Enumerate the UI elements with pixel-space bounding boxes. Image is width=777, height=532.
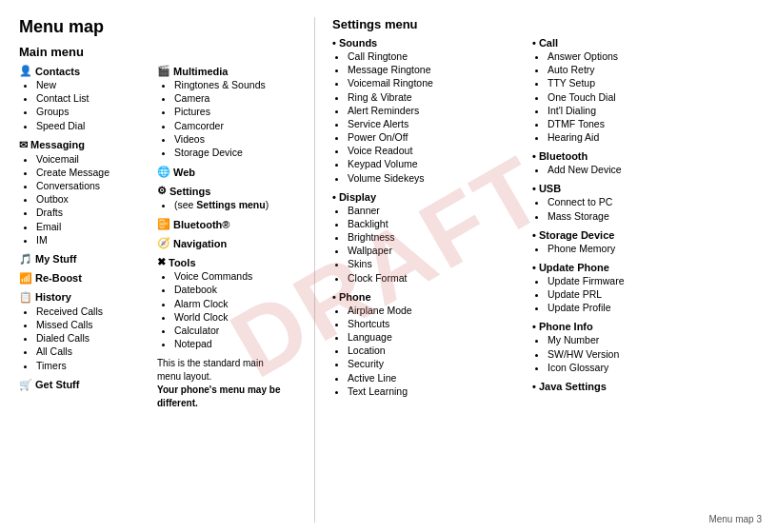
list-item: Notepad [174, 337, 288, 350]
multimedia-list: Ringtones & Sounds Camera Pictures Camco… [157, 78, 288, 159]
list-item: Dialed Calls [36, 331, 149, 345]
list-item: Drafts [36, 206, 149, 219]
sounds-title: • Sounds [332, 37, 523, 49]
menu-category-tools: ✖ Tools Voice Commands Datebook Alarm Cl… [157, 256, 288, 350]
list-item: All Calls [36, 345, 149, 358]
contacts-list: New Contact List Groups Speed Dial [19, 78, 149, 132]
list-item: Auto Retry [548, 63, 723, 76]
mystuff-title: My Stuff [35, 253, 76, 265]
history-icon: 📋 [19, 291, 32, 304]
history-title: History [35, 291, 71, 303]
list-item: Icon Glossary [548, 361, 723, 374]
list-item: Alert Reminders [348, 104, 523, 117]
list-item: Received Calls [36, 305, 149, 318]
call-list: Answer Options Auto Retry TTY Setup One … [532, 49, 723, 144]
settings-bluetooth-list: Add New Device [532, 163, 723, 176]
menu-category-bluetooth: 📴 Bluetooth® [157, 218, 288, 230]
list-item: Shortcuts [348, 317, 523, 330]
list-item: Alarm Clock [174, 297, 288, 310]
storage-title: • Storage Device [532, 229, 723, 241]
display-title: • Display [332, 191, 523, 203]
list-item: My Number [548, 333, 723, 346]
main-menu-col2: 🎬 Multimedia Ringtones & Sounds Camera P… [157, 65, 295, 410]
settings-icon: ⚙ [157, 185, 167, 197]
multimedia-icon: 🎬 [157, 65, 170, 77]
list-item: Ring & Vibrate [348, 90, 523, 104]
settings-bluetooth-title: • Bluetooth [532, 150, 723, 162]
list-item: Security [348, 357, 523, 370]
menu-category-reboost: 📶 Re-Boost [19, 272, 149, 285]
tools-icon: ✖ [157, 256, 166, 268]
list-item: Connect to PC [548, 195, 723, 208]
list-item: Backlight [348, 217, 523, 230]
list-item: Missed Calls [36, 318, 149, 331]
reboost-title: Re-Boost [35, 272, 82, 284]
storage-list: Phone Memory [532, 242, 723, 255]
list-item: Update PRL [548, 287, 723, 301]
navigation-icon: 🧭 [157, 237, 170, 249]
menu-category-multimedia: 🎬 Multimedia Ringtones & Sounds Camera P… [157, 65, 288, 159]
tools-list: Voice Commands Datebook Alarm Clock Worl… [157, 269, 288, 350]
list-item: Datebook [174, 283, 288, 296]
list-item: Camera [174, 91, 288, 105]
settings-cat-phone: • Phone Airplane Mode Shortcuts Language… [332, 291, 523, 398]
main-menu-section: Menu map Main menu 👤 Contacts New Contac… [19, 17, 314, 522]
list-item: Conversations [36, 179, 149, 192]
list-item: Update Firmware [548, 274, 723, 287]
list-item: One Touch Dial [548, 90, 723, 104]
settings-cat-storage: • Storage Device Phone Memory [532, 229, 723, 255]
list-item: Location [348, 344, 523, 357]
settings-menu-section: Settings menu • Sounds Call Ringtone Mes… [314, 17, 758, 522]
list-item: Timers [36, 359, 149, 372]
settings-cat-update: • Update Phone Update Firmware Update PR… [532, 262, 723, 315]
messaging-title: Messaging [30, 139, 85, 150]
main-menu-heading: Main menu [19, 45, 314, 59]
list-item: Voice Readout [348, 144, 523, 157]
settings-cat-bluetooth: • Bluetooth Add New Device [532, 150, 723, 176]
list-item: Skins [348, 257, 523, 270]
menu-category-contacts: 👤 Contacts New Contact List Groups Speed… [19, 65, 149, 132]
footnote-normal: This is the standard main menu layout. [157, 358, 264, 382]
display-list: Banner Backlight Brightness Wallpaper Sk… [332, 204, 523, 285]
page-footer: Menu map 3 [708, 514, 762, 524]
list-item: Clock Format [348, 271, 523, 285]
list-item: Mass Storage [548, 209, 723, 223]
list-item: Pictures [174, 105, 288, 118]
list-item: Message Ringtone [348, 63, 523, 76]
list-item: Int'l Dialing [548, 104, 723, 117]
main-menu-grid: 👤 Contacts New Contact List Groups Speed… [19, 65, 314, 410]
list-item: (see Settings menu) [174, 198, 288, 211]
list-item: Videos [174, 132, 288, 146]
list-item: Contact List [36, 91, 149, 105]
list-item: Text Learning [348, 384, 523, 398]
page-container: DRAFT Menu map Main menu 👤 Contacts New [0, 0, 777, 532]
tools-title: Tools [169, 257, 196, 268]
settings-cat-java: • Java Settings [532, 381, 723, 392]
menu-category-messaging: ✉ Messaging Voicemail Create Message Con… [19, 139, 149, 246]
getstuff-icon: 🛒 [19, 379, 32, 391]
phone-list: Airplane Mode Shortcuts Language Locatio… [332, 304, 523, 398]
list-item: Voicemail [36, 152, 149, 166]
list-item: Brightness [348, 230, 523, 244]
list-item: Answer Options [548, 49, 723, 63]
list-item: Create Message [36, 166, 149, 179]
list-item: Voice Commands [174, 269, 288, 283]
main-menu-col1: 👤 Contacts New Contact List Groups Speed… [19, 65, 157, 410]
update-list: Update Firmware Update PRL Update Profil… [532, 274, 723, 315]
list-item: Language [348, 330, 523, 344]
main-menu-footnote: This is the standard main menu layout. Y… [157, 357, 288, 410]
list-item: Ringtones & Sounds [174, 78, 288, 91]
settings-cat-usb: • USB Connect to PC Mass Storage [532, 183, 723, 222]
navigation-title: Navigation [173, 238, 227, 249]
menu-category-getstuff: 🛒 Get Stuff [19, 379, 149, 391]
getstuff-title: Get Stuff [35, 379, 79, 390]
call-title: • Call [532, 37, 723, 49]
list-item: IM [36, 233, 149, 246]
web-icon: 🌐 [157, 166, 170, 178]
footnote-bold: Your phone's menu may be different. [157, 384, 280, 408]
menu-category-web: 🌐 Web [157, 166, 288, 178]
settings-cat-call: • Call Answer Options Auto Retry TTY Set… [532, 37, 723, 144]
usb-list: Connect to PC Mass Storage [532, 195, 723, 222]
java-title: • Java Settings [532, 381, 723, 392]
list-item: Airplane Mode [348, 304, 523, 317]
